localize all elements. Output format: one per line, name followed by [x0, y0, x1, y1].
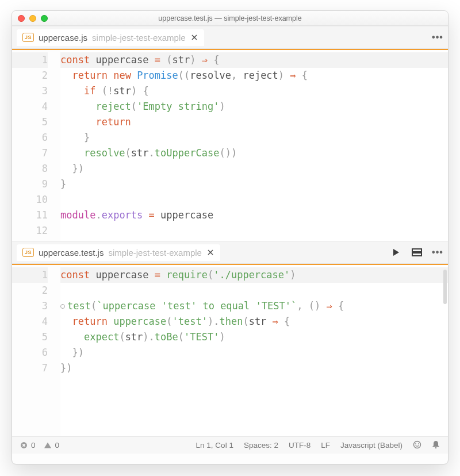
close-tab-icon[interactable] — [206, 248, 214, 256]
line-endings[interactable]: LF — [321, 441, 330, 450]
code-area[interactable]: const uppercase = (str) ⇒ { return new P… — [60, 50, 448, 241]
diagnostics-errors[interactable]: 0 — [20, 441, 36, 450]
zoom-window-button[interactable] — [41, 15, 48, 22]
svg-rect-1 — [412, 253, 421, 256]
svg-point-3 — [414, 441, 421, 448]
language-mode[interactable]: Javascript (Babel) — [340, 441, 402, 450]
close-window-button[interactable] — [18, 15, 25, 22]
more-actions-icon[interactable]: ••• — [432, 32, 443, 43]
warning-icon — [44, 442, 52, 449]
line-gutter[interactable]: 1234567 — [12, 265, 60, 436]
feedback-icon[interactable] — [413, 440, 421, 451]
minimize-window-button[interactable] — [29, 15, 36, 22]
svg-rect-0 — [412, 249, 421, 252]
notifications-icon[interactable] — [432, 440, 440, 451]
status-bar: 0 0 Ln 1, Col 1 Spaces: 2 UTF-8 LF Javas… — [12, 436, 448, 454]
file-encoding[interactable]: UTF-8 — [289, 441, 310, 450]
svg-point-6 — [435, 447, 436, 448]
cursor-position[interactable]: Ln 1, Col 1 — [196, 441, 233, 450]
layout-split-icon[interactable] — [411, 247, 423, 258]
editor-window: uppercase.test.js — simple-jest-test-exa… — [12, 10, 448, 465]
svg-point-5 — [418, 443, 419, 444]
editor-pane-upper: JS uppercase.js simple-jest-test-example… — [12, 26, 448, 241]
more-actions-icon[interactable]: ••• — [432, 247, 443, 258]
code-area[interactable]: const uppercase = require('./uppercase')… — [60, 265, 448, 436]
tabbar-lower: JS uppercase.test.js simple-jest-test-ex… — [12, 241, 448, 264]
tab-project: simple-jest-test-example — [92, 33, 186, 43]
editor-pane-lower: JS uppercase.test.js simple-jest-test-ex… — [12, 241, 448, 436]
tab-project: simple-jest-test-example — [108, 248, 202, 258]
run-tests-icon[interactable] — [390, 247, 402, 258]
line-gutter[interactable]: 123456789101112 — [12, 50, 60, 241]
js-file-icon: JS — [22, 248, 34, 257]
error-icon — [20, 442, 28, 449]
tab-uppercase-js[interactable]: JS uppercase.js simple-jest-test-example — [17, 29, 204, 46]
indent-setting[interactable]: Spaces: 2 — [244, 441, 278, 450]
code-editor-upper[interactable]: 123456789101112 const uppercase = (str) … — [12, 50, 448, 241]
error-count: 0 — [31, 441, 36, 450]
scrollbar-thumb[interactable] — [443, 270, 447, 304]
tab-filename: uppercase.test.js — [39, 248, 103, 258]
tabbar-upper: JS uppercase.js simple-jest-test-example… — [12, 26, 448, 49]
traffic-lights — [18, 15, 48, 22]
tab-filename: uppercase.js — [39, 33, 87, 43]
warning-count: 0 — [55, 441, 60, 450]
window-title: uppercase.test.js — simple-jest-test-exa… — [12, 14, 448, 22]
test-marker-icon[interactable] — [60, 304, 65, 309]
code-editor-lower[interactable]: 1234567 const uppercase = require('./upp… — [12, 265, 448, 436]
tab-uppercase-test-js[interactable]: JS uppercase.test.js simple-jest-test-ex… — [17, 244, 220, 261]
close-tab-icon[interactable] — [190, 33, 198, 41]
diagnostics-warnings[interactable]: 0 — [44, 441, 60, 450]
js-file-icon: JS — [22, 33, 34, 42]
svg-point-4 — [415, 443, 416, 444]
titlebar[interactable]: uppercase.test.js — simple-jest-test-exa… — [12, 11, 448, 26]
